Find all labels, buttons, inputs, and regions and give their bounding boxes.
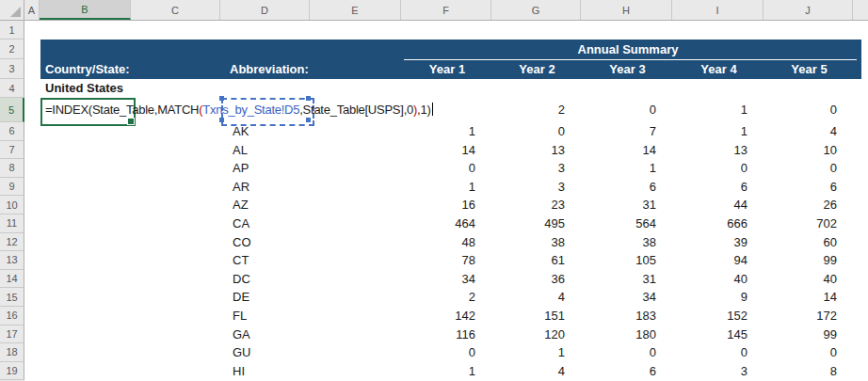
cell-value[interactable]: 36 [492,270,582,289]
row-header-5[interactable]: 5 [0,98,24,122]
cell-abbreviation[interactable]: FL [221,307,311,325]
cell-value[interactable]: 38 [492,233,582,252]
cell-value[interactable]: 7 [582,122,673,141]
row-header-19[interactable]: 19 [0,362,24,381]
cell-value[interactable]: 14 [764,288,854,307]
cell-value[interactable]: 94 [673,251,764,270]
cell-value[interactable]: 151 [492,307,582,325]
cell-value[interactable]: 1 [673,98,764,122]
cell-value[interactable]: 0 [764,98,854,122]
year-header-1[interactable]: Year 1 [402,59,492,79]
row-header-18[interactable]: 18 [0,343,24,362]
cell-value[interactable]: 0 [764,159,854,178]
cell-value[interactable]: 1 [402,178,492,197]
cell-value[interactable]: 0 [673,159,764,178]
cell-value[interactable]: 14 [582,141,673,160]
cell-value[interactable]: 48 [402,233,492,252]
formula-edit-text[interactable]: =INDEX(State_Table,MATCH(Txns_by_State!D… [45,98,433,122]
cell-value[interactable]: 26 [764,196,854,214]
row-header-2[interactable]: 2 [0,40,24,59]
cell-value[interactable]: 145 [673,325,764,344]
cell-value[interactable]: 40 [764,270,854,289]
cell-value[interactable]: 13 [492,141,582,160]
cell-abbreviation[interactable]: AR [221,178,311,197]
cell-value[interactable]: 23 [492,196,582,214]
column-header-g[interactable]: G [491,0,581,20]
cell-value[interactable]: 0 [582,98,673,122]
cell-abbreviation[interactable]: CA [221,214,311,233]
cell-value[interactable]: 1 [402,122,492,141]
cell-value[interactable]: 44 [673,196,764,214]
cell-value[interactable]: 4 [492,362,582,381]
column-header-f[interactable]: F [401,0,491,20]
abbreviation-header[interactable]: Abbreviation: [230,59,309,79]
row-header-4[interactable]: 4 [0,79,24,98]
cell-value[interactable]: 61 [492,251,582,270]
cell-value[interactable]: 9 [673,288,764,307]
cell-value[interactable]: 464 [402,214,492,233]
cell-value[interactable]: 0 [402,343,492,362]
cell-value[interactable]: 3 [492,178,582,197]
cell-value[interactable]: 6 [582,178,673,197]
cell-value[interactable]: 10 [764,141,854,160]
cell-value[interactable]: 180 [582,325,673,344]
cell-value[interactable]: 13 [673,141,764,160]
cell-value[interactable]: 564 [582,214,673,233]
select-all-corner[interactable] [0,0,24,20]
cell-value[interactable]: 4 [764,122,854,141]
cell-abbreviation[interactable]: GU [221,343,311,362]
column-header-h[interactable]: H [581,0,672,20]
cell-value[interactable]: 702 [764,214,854,233]
cell-value[interactable]: 2 [402,288,492,307]
column-header-e[interactable]: E [310,0,401,20]
row-header-14[interactable]: 14 [0,270,24,289]
cell-value[interactable]: 105 [582,251,673,270]
column-header-i[interactable]: I [672,0,764,20]
row-header-16[interactable]: 16 [0,307,24,325]
cell-value[interactable]: 4 [492,288,582,307]
cell-value[interactable]: 0 [764,343,854,362]
cell-value[interactable]: 6 [582,362,673,381]
cell-value[interactable]: 0 [402,159,492,178]
cell-value[interactable]: 16 [402,196,492,214]
cell-value[interactable]: 0 [492,122,582,141]
cell-abbreviation[interactable]: GA [221,325,311,344]
year-header-4[interactable]: Year 4 [673,59,764,79]
cell-abbreviation[interactable]: AL [221,141,311,160]
cell-value[interactable]: 31 [582,196,673,214]
cell-value[interactable]: 78 [402,251,492,270]
column-header-j[interactable]: J [764,0,853,20]
cell-value[interactable]: 6 [764,178,854,197]
cell-abbreviation[interactable]: HI [221,362,311,381]
row-header-11[interactable]: 11 [0,214,24,233]
row-header-1[interactable]: 1 [0,21,24,40]
cell-abbreviation[interactable]: CT [221,251,311,270]
cell-value[interactable]: 60 [764,233,854,252]
row-header-3[interactable]: 3 [0,59,24,79]
cell-value[interactable]: 1 [673,122,764,141]
cell-value[interactable]: 39 [673,233,764,252]
row-header-17[interactable]: 17 [0,325,24,344]
cell-value[interactable]: 6 [673,178,764,197]
cell-value[interactable]: 152 [673,307,764,325]
cell-value[interactable]: 183 [582,307,673,325]
cell-value[interactable]: 3 [492,159,582,178]
cell-value[interactable]: 172 [764,307,854,325]
cell-value[interactable]: 14 [402,141,492,160]
cell-abbreviation[interactable]: AK [221,122,311,141]
cell-value[interactable]: 2 [492,98,582,122]
row-header-12[interactable]: 12 [0,233,24,252]
annual-summary-header[interactable]: Annual Summary [402,40,854,59]
row-header-7[interactable]: 7 [0,141,24,160]
cell-abbreviation[interactable]: DE [221,288,311,307]
cell-value[interactable]: 0 [582,343,673,362]
cell-abbreviation[interactable]: AZ [221,196,311,214]
row-header-10[interactable]: 10 [0,196,24,214]
cell-value[interactable]: 34 [402,270,492,289]
cell-value[interactable]: 116 [402,325,492,344]
row-header-13[interactable]: 13 [0,251,24,270]
cell-value[interactable]: 1 [582,159,673,178]
column-header-c[interactable]: C [131,0,220,20]
row-header-8[interactable]: 8 [0,159,24,178]
row-header-9[interactable]: 9 [0,178,24,197]
